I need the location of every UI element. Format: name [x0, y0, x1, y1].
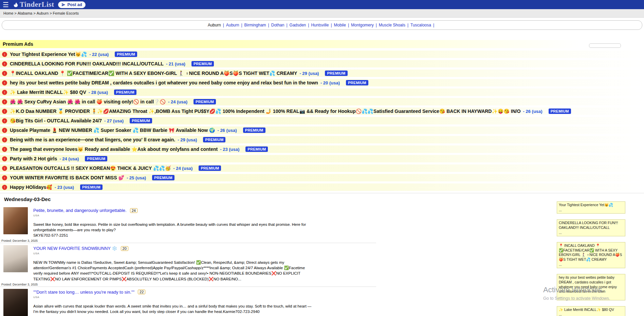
premium-ad-title[interactable]: Upscale Playmate 💄 NEW NUMBER 💦 Super So…	[10, 127, 215, 133]
premium-ad-title[interactable]: hey its your best wettes petite baby DRE…	[10, 80, 318, 85]
premium-badge: PREMIUM	[114, 90, 136, 95]
premium-ad-row[interactable]: ↑ The pawg that everyone loves😼 Ready an…	[0, 145, 644, 153]
premium-ad-age[interactable]: - 29 (usa)	[178, 137, 197, 142]
city-link-item: Montgomery |	[351, 23, 379, 27]
city-separator: |	[223, 23, 224, 27]
listing-title-link[interactable]: YOUR NEW FAVORITE SNOWBUNNY ❄️	[33, 246, 117, 251]
premium-ad-age[interactable]: - 20 (usa)	[320, 80, 340, 85]
sidebar-ad-title[interactable]: CINDERELLA LOOKING FOR FUN!!! OAKLAND!!!…	[559, 221, 623, 230]
premium-ad-row[interactable]: ↑ Upscale Playmate 💄 NEW NUMBER 💦 Super …	[0, 126, 644, 134]
city-link[interactable]: Dothan	[271, 23, 284, 27]
premium-ad-row[interactable]: ↑ Happy HOlidays🥰 - 23 (usa) PREMIUM	[0, 183, 644, 191]
premium-ad-row[interactable]: ↑ ✨ Lake Merritt INCALL✨ $80 QV - 28 (us…	[0, 88, 644, 96]
premium-ad-row[interactable]: ↑ 😘Big Tits Girl - OUTCALL Available 24/…	[0, 117, 644, 124]
city-link-item: Dothan |	[271, 23, 290, 27]
sidebar-ad-card[interactable]: Your Tightest Experience Yet😼💦 ...	[557, 201, 625, 214]
listing-row[interactable]: Petite, brunette, and dangerously unforg…	[0, 205, 376, 243]
premium-ad-title[interactable]: Being with me is an experience—one that …	[10, 137, 175, 142]
premium-ad-age[interactable]: - 28 (usa)	[89, 90, 108, 95]
sidebar-ad-title[interactable]: hey its your best wettes petite baby DRE…	[559, 275, 623, 294]
premium-ad-row[interactable]: ↑ Party with 2 Hot girls - 24 (usa) PREM…	[0, 155, 644, 162]
premium-ad-age[interactable]: - 27 (usa)	[104, 118, 124, 123]
breadcrumb-item[interactable]: Female Escorts>	[53, 11, 79, 15]
premium-ad-title[interactable]: 😘Big Tits Girl - OUTCALL Available 24/7	[10, 118, 102, 123]
premium-ad-title[interactable]: 📍INCALL OAKLAND 📍 ✅FACETIME/CAR✅ WITH A …	[10, 71, 297, 76]
sidebar-premium-ads: Your Tightest Experience Yet😼💦 ... CINDE…	[557, 201, 625, 316]
city-link-item: Tuscaloosa |	[410, 23, 436, 27]
sidebar-ad-card[interactable]: hey its your best wettes petite baby DRE…	[557, 274, 625, 300]
premium-ads-header: Premium Ads	[0, 40, 644, 48]
city-link[interactable]: Auburn	[226, 23, 239, 27]
breadcrumb-item[interactable]: Alabama>	[18, 11, 37, 15]
menu-icon[interactable]: ☰	[3, 1, 9, 8]
city-link[interactable]: Gadsden	[290, 23, 306, 27]
sidebar-ad-card[interactable]: ✨ Lake Merritt INCALL✨ $80 QV ...	[557, 306, 625, 316]
premium-ad-title[interactable]: YOUR WINTER FAVORITE IS BACK DONT MISS 💕	[10, 175, 124, 180]
premium-badge: PREMIUM	[130, 118, 152, 123]
premium-ad-row[interactable]: ↑ PLEASANTON OUTCALLS !! SEXY KOREAN😍 TH…	[0, 164, 644, 172]
premium-badge: PREMIUM	[152, 175, 174, 180]
listing-title-link[interactable]: Petite, brunette, and dangerously unforg…	[33, 208, 127, 213]
sidebar-ad-title[interactable]: 📍 INCALL OAKLAND 📍 ✅FACETIME/CAR✅ WITH A…	[559, 243, 623, 262]
premium-ad-row[interactable]: ↑ YOUR WINTER FAVORITE IS BACK DONT MISS…	[0, 174, 644, 181]
brand-logo[interactable]: TinderList	[13, 0, 54, 9]
premium-ad-age[interactable]: - 24 (usa)	[173, 166, 192, 171]
breadcrumb-link[interactable]: Female Escorts	[53, 11, 79, 15]
city-link[interactable]: Birmingham	[244, 23, 266, 27]
city-link[interactable]: Montgomery	[351, 23, 374, 27]
premium-ad-age[interactable]: - 22 (usa)	[89, 52, 109, 57]
city-link-item: Auburn |	[226, 23, 244, 27]
city-link[interactable]: Mobile	[334, 23, 346, 27]
breadcrumb-link[interactable]: Alabama	[18, 11, 32, 15]
premium-ad-title[interactable]: CINDERELLA LOOKING FOR FUN!!! OAKLAND!!!…	[10, 61, 164, 66]
premium-ad-age[interactable]: - 23 (usa)	[55, 185, 74, 190]
premium-ad-title[interactable]: The pawg that everyone loves😼 Ready and …	[10, 146, 218, 152]
premium-ad-age[interactable]: - 23 (usa)	[220, 147, 239, 152]
listing-photo[interactable]	[3, 289, 28, 316]
listing-title-link[interactable]: ""Don't stare too long… unless you're re…	[33, 290, 134, 295]
listing-photo[interactable]	[3, 245, 28, 272]
sidebar-ad-card[interactable]: CINDERELLA LOOKING FOR FUN!!! OAKLAND!!!…	[557, 219, 625, 236]
premium-ad-title[interactable]: ✨ Lake Merritt INCALL✨ $80 QV	[10, 90, 86, 95]
premium-ad-age[interactable]: - 24 (usa)	[168, 99, 187, 104]
sidebar-ad-title[interactable]: ✨ Lake Merritt INCALL✨ $80 QV	[559, 308, 623, 312]
scrollbar-thumb[interactable]	[589, 43, 621, 48]
premium-ad-age[interactable]: - 25 (usa)	[127, 175, 146, 180]
premium-ad-title[interactable]: Party with 2 Hot girls	[10, 156, 57, 161]
premium-ad-age[interactable]: - 21 (usa)	[166, 61, 185, 66]
city-link[interactable]: Huntsville	[311, 23, 329, 27]
premium-ad-row[interactable]: ↑ Your Tightest Experience Yet😼💦 - 22 (u…	[0, 51, 644, 58]
city-separator: |	[308, 23, 309, 27]
premium-ad-row[interactable]: ↑ 🌺 🌺 Sexy CuRvy Asian 🌺 🌺 in call 🍑 vis…	[0, 98, 644, 105]
premium-ad-age[interactable]: - 26 (usa)	[523, 109, 542, 114]
premium-ad-row[interactable]: ↑ Being with me is an experience—one tha…	[0, 136, 644, 143]
premium-ad-age[interactable]: - 24 (usa)	[59, 156, 79, 161]
post-ad-button[interactable]: Post ad	[58, 1, 85, 8]
premium-ad-row[interactable]: ↑ hey its your best wettes petite baby D…	[0, 79, 644, 86]
city-link[interactable]: Tuscaloosa	[410, 23, 431, 27]
listing-photo[interactable]	[3, 207, 28, 234]
breadcrumb-item[interactable]: Auburn>	[37, 11, 53, 15]
breadcrumb-link[interactable]: Auburn	[37, 11, 49, 15]
premium-ad-title[interactable]: 🌺 🌺 Sexy CuRvy Asian 🌺 🌺 in call 🍑 visit…	[10, 99, 166, 104]
premium-ad-title[interactable]: PLEASANTON OUTCALLS !! SEXY KOREAN😍 THIC…	[10, 165, 171, 171]
premium-ad-title[interactable]: Your Tightest Experience Yet😼💦	[10, 52, 87, 57]
premium-ad-title[interactable]: Happy HOlidays🥰	[10, 184, 52, 190]
premium-ad-row[interactable]: ↑ ✨K.O Daa NUMBER 🥇 PROVIDER 🧍✨💋AMAZING …	[0, 107, 644, 115]
listing-row[interactable]: YOUR NEW FAVORITE SNOWBUNNY ❄️ 20 USA NE…	[0, 243, 376, 287]
city-link[interactable]: Muscle Shoals	[379, 23, 405, 27]
premium-ad-age[interactable]: - 26 (usa)	[217, 128, 237, 133]
listing-country: USA	[33, 296, 376, 299]
up-arrow-icon: ↑	[2, 80, 7, 85]
premium-ad-age[interactable]: - 29 (usa)	[299, 71, 319, 76]
premium-ad-row[interactable]: ↑ 📍INCALL OAKLAND 📍 ✅FACETIME/CAR✅ WITH …	[0, 70, 644, 77]
premium-badge: PREMIUM	[245, 146, 268, 152]
listing-row[interactable]: ""Don't stare too long… unless you're re…	[0, 287, 376, 316]
breadcrumb-item[interactable]: Home>	[3, 11, 18, 15]
listing-title-row: ""Don't stare too long… unless you're re…	[33, 290, 376, 295]
premium-ad-row[interactable]: ↑ CINDERELLA LOOKING FOR FUN!!! OAKLAND!…	[0, 60, 644, 67]
sidebar-ad-title[interactable]: Your Tightest Experience Yet😼💦	[559, 203, 623, 208]
premium-ad-title[interactable]: ✨K.O Daa NUMBER 🥇 PROVIDER 🧍✨💋AMAZING Th…	[10, 108, 521, 114]
sidebar-ad-card[interactable]: 📍 INCALL OAKLAND 📍 ✅FACETIME/CAR✅ WITH A…	[557, 242, 625, 268]
breadcrumb-link[interactable]: Home	[3, 11, 13, 15]
